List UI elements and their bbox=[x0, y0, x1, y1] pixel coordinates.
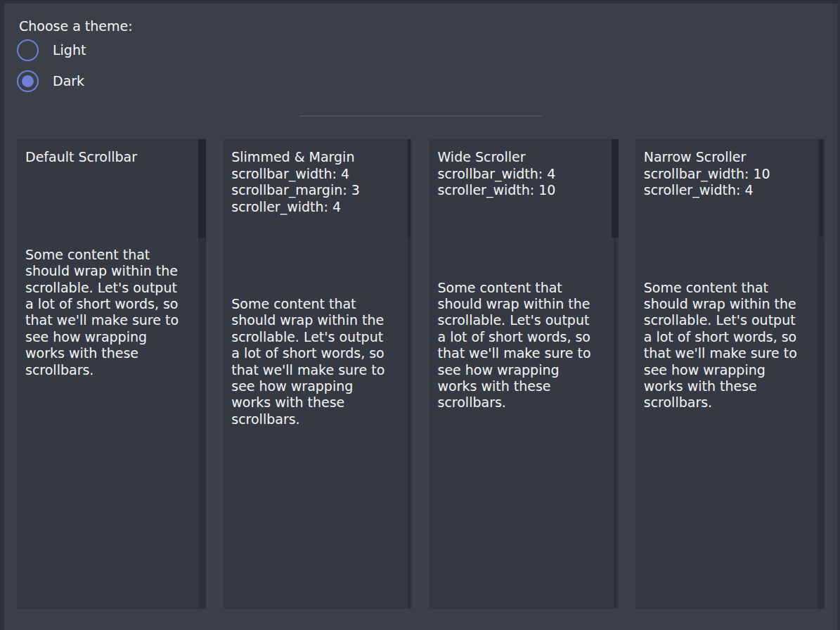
radio-button-icon[interactable] bbox=[17, 39, 39, 61]
panel-wide-scroller[interactable]: Wide Scroller scrollbar_width: 4 scrolle… bbox=[429, 139, 619, 609]
radio-option-dark-label: Dark bbox=[53, 73, 84, 89]
panel-content: Some content that should wrap within the… bbox=[231, 296, 412, 428]
scrollbar-thumb[interactable] bbox=[820, 139, 822, 237]
scrollbar-demo-panels: Default Scrollbar Some content that shou… bbox=[17, 139, 825, 609]
panel-content: Some content that should wrap within the… bbox=[438, 280, 619, 411]
panel-title: Default Scrollbar bbox=[25, 149, 206, 165]
radio-option-light-label: Light bbox=[53, 42, 86, 58]
panel-narrow-scroller[interactable]: Narrow Scroller scrollbar_width: 10 scro… bbox=[635, 139, 825, 609]
choose-theme-label: Choose a theme: bbox=[19, 18, 837, 34]
panel-title: Wide Scroller bbox=[438, 149, 619, 165]
radio-button-icon[interactable] bbox=[17, 70, 39, 92]
panel-spacer bbox=[231, 215, 412, 296]
panel-title: Narrow Scroller bbox=[644, 149, 825, 165]
panel-slimmed-margin[interactable]: Slimmed & Margin scrollbar_width: 4 scro… bbox=[223, 139, 412, 609]
panel-params: scrollbar_width: 4 scroller_width: 10 bbox=[438, 166, 619, 199]
panel-params: scrollbar_width: 4 scrollbar_margin: 3 s… bbox=[231, 166, 412, 215]
panel-spacer bbox=[25, 166, 206, 247]
scrollbar-thumb[interactable] bbox=[612, 139, 619, 238]
scrollbar-thumb[interactable] bbox=[198, 139, 206, 238]
radio-option-light[interactable]: Light bbox=[17, 34, 837, 65]
panel-content: Some content that should wrap within the… bbox=[25, 247, 206, 378]
panel-spacer bbox=[438, 199, 619, 280]
scrollbar-thumb[interactable] bbox=[408, 139, 411, 237]
radio-option-dark[interactable]: Dark bbox=[17, 65, 837, 96]
panel-default-scrollbar[interactable]: Default Scrollbar Some content that shou… bbox=[17, 139, 206, 609]
horizontal-rule bbox=[299, 115, 542, 117]
panel-content: Some content that should wrap within the… bbox=[644, 280, 825, 411]
radio-dot-icon bbox=[22, 75, 34, 87]
panel-spacer bbox=[644, 199, 825, 280]
panel-params: scrollbar_width: 10 scroller_width: 4 bbox=[644, 166, 825, 199]
panel-title: Slimmed & Margin bbox=[231, 149, 412, 165]
